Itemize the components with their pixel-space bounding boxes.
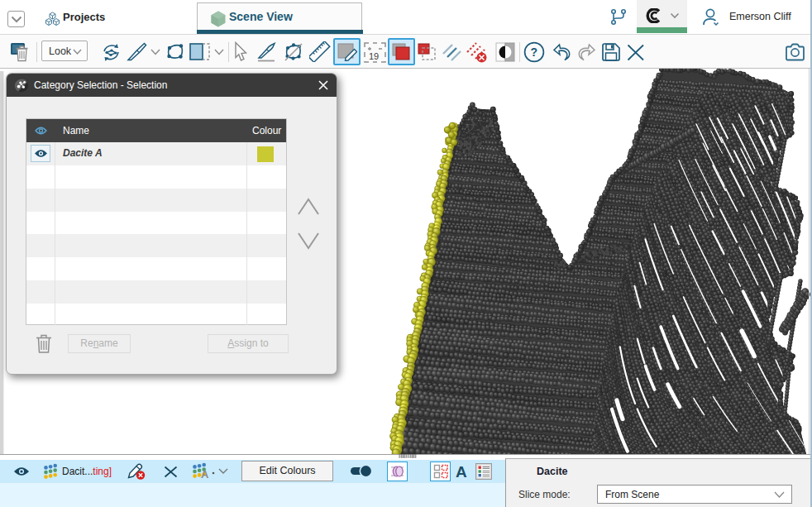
svg-text:?: ?: [531, 45, 538, 59]
svg-text:A: A: [456, 463, 467, 481]
svg-text:19: 19: [369, 51, 379, 61]
svg-text:A: A: [201, 468, 209, 480]
